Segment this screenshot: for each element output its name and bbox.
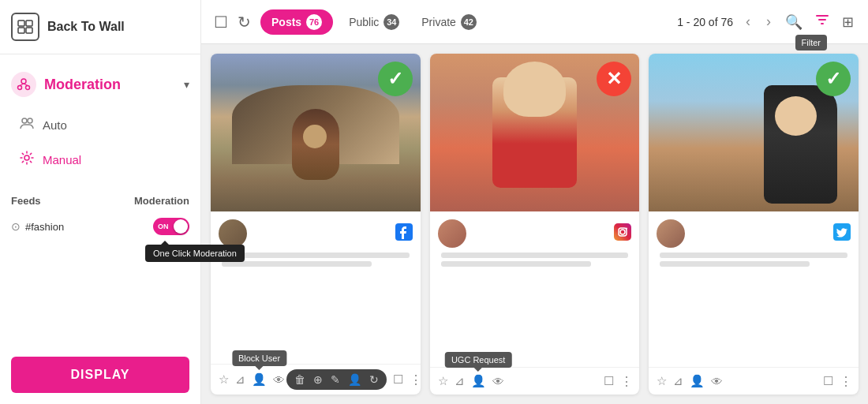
posts-count-badge: 76 <box>306 14 322 30</box>
user-add-icon-1[interactable]: 👤 <box>348 373 361 386</box>
svg-rect-1 <box>26 21 32 26</box>
filter-icon[interactable] <box>814 11 831 32</box>
svg-point-5 <box>18 86 22 90</box>
post-image-2: ✕ <box>430 54 640 211</box>
moderation-icon <box>11 72 36 97</box>
feeds-moderation-section: Feeds Moderation ⊙ #fashion ON One Click… <box>0 185 200 248</box>
private-tab[interactable]: Private 42 <box>415 11 483 33</box>
post-meta-2 <box>430 211 640 367</box>
star-icon-3[interactable]: ☆ <box>655 372 668 390</box>
author-info-1 <box>219 219 252 248</box>
bookmark-icon-2[interactable]: ⊿ <box>453 372 466 390</box>
sidebar: Back To Wall Moderation ▾ <box>0 0 201 404</box>
bookmark-icon-3[interactable]: ⊿ <box>672 372 685 390</box>
post-actions-2: ☆ ⊿ 👤 UGC Request 👁 ☐ ⋮ <box>430 367 640 395</box>
action-icons-1: ☆ ⊿ 👤 Block User 👁 <box>217 371 286 388</box>
toggle-label: ON <box>158 223 169 230</box>
bookmark-icon-1[interactable]: ⊿ <box>234 371 247 388</box>
svg-point-10 <box>28 118 32 123</box>
checkbox-1[interactable]: ☐ <box>393 372 403 387</box>
svg-rect-3 <box>26 28 32 33</box>
posts-grid: ✓ <box>201 44 868 404</box>
avatar-3 <box>657 219 685 248</box>
instagram-social-icon <box>614 223 631 245</box>
instagram-icon: ⊙ <box>11 220 21 233</box>
svg-point-6 <box>26 86 30 90</box>
avatar-2 <box>438 219 466 248</box>
svg-rect-2 <box>18 28 24 33</box>
twitter-social-icon <box>833 223 851 245</box>
svg-line-8 <box>24 84 28 86</box>
star-icon-1[interactable]: ☆ <box>217 371 230 388</box>
main-content: ☐ ↻ Posts 76 Public 34 Private 42 1 - 20… <box>201 0 868 404</box>
auto-label: Auto <box>43 118 67 132</box>
filter-tooltip: Filter <box>795 35 827 50</box>
public-tab[interactable]: Public 34 <box>342 11 406 33</box>
person-icon-1[interactable]: 👤 Block User <box>250 371 268 388</box>
action-icons-3: ☆ ⊿ 👤 👁 <box>655 372 724 390</box>
toggle-switch[interactable]: ON <box>153 218 189 235</box>
post-text-1 <box>219 252 413 267</box>
search-icon[interactable]: 🔍 <box>784 12 804 32</box>
gear-icon <box>19 150 35 170</box>
posts-tab-button[interactable]: Posts 76 <box>260 9 333 35</box>
author-info-2 <box>438 219 471 248</box>
toolbar: ☐ ↻ Posts 76 Public 34 Private 42 1 - 20… <box>201 0 868 44</box>
edit-icon-1[interactable]: ✎ <box>331 373 340 386</box>
checkbox-2[interactable]: ☐ <box>604 374 614 388</box>
post-meta-1 <box>211 211 421 364</box>
svg-line-7 <box>20 84 24 86</box>
svg-point-16 <box>626 227 627 229</box>
back-to-wall-label: Back To Wall <box>47 20 125 34</box>
person-icon-3[interactable]: 👤 <box>688 372 706 390</box>
more-menu-1[interactable]: ⋮ <box>410 372 421 387</box>
text-line <box>222 261 372 267</box>
reject-badge-2: ✕ <box>597 62 631 96</box>
svg-rect-0 <box>18 21 24 26</box>
public-count-badge: 34 <box>383 14 399 30</box>
refresh-icon[interactable]: ↻ <box>238 13 251 32</box>
delete-icon-1[interactable]: 🗑 <box>294 373 305 386</box>
svg-point-4 <box>21 79 26 84</box>
moderation-col-label: Moderation <box>134 195 189 207</box>
post-actions-3: ☆ ⊿ 👤 👁 ☐ ⋮ <box>649 367 859 395</box>
svg-point-11 <box>24 155 29 160</box>
refresh-icon-1[interactable]: ↻ <box>369 373 379 386</box>
display-button[interactable]: DISPLAY <box>11 357 189 393</box>
moderation-header[interactable]: Moderation ▾ <box>11 65 189 103</box>
text-line <box>441 252 629 258</box>
person-icon-2[interactable]: 👤 UGC Request <box>470 372 488 390</box>
action-bar-1: 🗑 ⊕ ✎ 👤 ↻ <box>286 369 387 390</box>
sidebar-nav: Auto Manual <box>0 103 200 182</box>
block-user-tooltip: Block User <box>232 350 286 366</box>
view-icon-3[interactable]: 👁 <box>709 373 724 390</box>
feed-hashtag: #fashion <box>25 221 64 233</box>
more-menu-2[interactable]: ⋮ <box>620 374 633 389</box>
facebook-icon <box>395 223 413 245</box>
prev-page-button[interactable]: ‹ <box>743 12 754 32</box>
next-page-button[interactable]: › <box>763 12 774 32</box>
view-icon-1[interactable]: 👁 <box>271 372 286 388</box>
checkbox-3[interactable]: ☐ <box>823 374 833 388</box>
sidebar-item-auto[interactable]: Auto <box>11 110 189 140</box>
more-menu-3[interactable]: ⋮ <box>840 374 852 389</box>
view-icon-2[interactable]: 👁 <box>491 373 506 390</box>
grid-view-icon[interactable]: ⊞ <box>840 12 855 32</box>
post-text-3 <box>657 252 851 267</box>
post-card-2: ✕ <box>430 54 640 395</box>
add-icon-1[interactable]: ⊕ <box>313 373 323 386</box>
select-all-icon[interactable]: ☐ <box>214 13 228 32</box>
back-to-wall-button[interactable]: Back To Wall <box>0 0 200 54</box>
post-card-1: ✓ <box>211 54 421 395</box>
post-card-3: ✓ <box>649 54 859 395</box>
one-click-moderation-tooltip: One Click Moderation <box>145 245 245 262</box>
moderation-section: Moderation ▾ <box>0 54 200 103</box>
text-line <box>660 261 810 267</box>
sidebar-item-manual[interactable]: Manual <box>11 144 189 176</box>
text-line <box>441 261 591 267</box>
toolbar-left: ☐ ↻ Posts 76 Public 34 Private 42 <box>214 9 668 35</box>
star-icon-2[interactable]: ☆ <box>436 372 450 390</box>
action-buttons-3: ☐ ⋮ <box>823 374 852 389</box>
post-author-row-2 <box>438 219 632 248</box>
moderation-title: Moderation <box>44 77 121 93</box>
